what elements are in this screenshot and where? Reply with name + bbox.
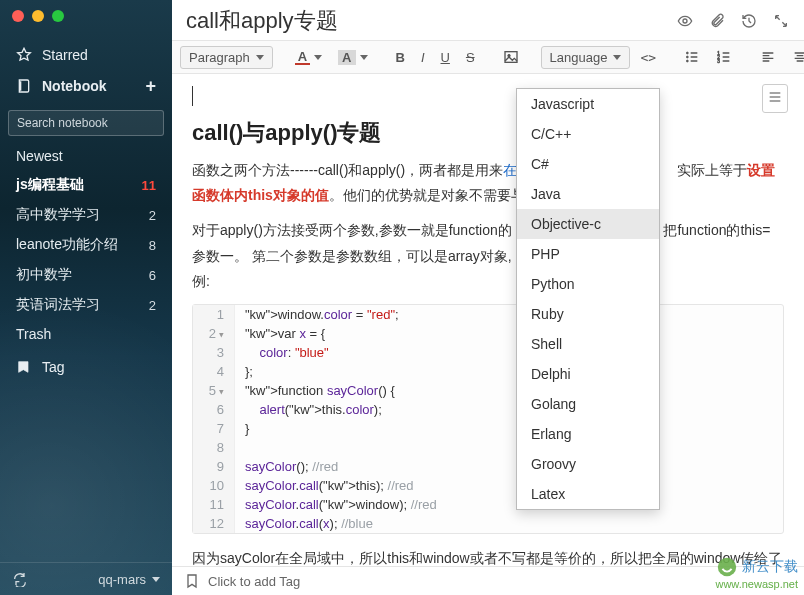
language-menu-item[interactable]: Javascript [517,89,659,119]
note-footer: Click to add Tag [172,566,804,595]
text-cursor [192,86,193,106]
code-line: 9sayColor(); //red [193,457,783,476]
notebook-name: Newest [16,148,63,164]
chevron-down-icon [360,55,368,60]
language-menu-item[interactable]: Latex [517,479,659,509]
preview-icon[interactable] [676,12,694,30]
note-title[interactable]: call和apply专题 [186,6,666,36]
notebook-count: 8 [149,238,156,253]
notebook-name: leanote功能介绍 [16,236,118,254]
svg-rect-1 [505,52,517,63]
language-menu-item[interactable]: Ruby [517,299,659,329]
svg-point-5 [686,60,688,62]
sidebar-tag-label: Tag [42,359,65,375]
attachment-icon[interactable] [708,12,726,30]
sidebar-notebook-item[interactable]: 初中数学6 [6,260,166,290]
language-menu-item[interactable]: Python [517,269,659,299]
italic-button[interactable]: I [415,47,431,68]
notebook-name: 初中数学 [16,266,72,284]
sidebar-tag[interactable]: Tag [10,352,162,382]
paragraph-label: Paragraph [189,50,250,65]
star-icon [16,47,32,63]
sidebar-notebook-item[interactable]: 英语词法学习2 [6,290,166,320]
notebook-search [8,110,164,136]
code-button[interactable]: <> [634,47,662,68]
ol-button[interactable]: 123 [710,45,738,69]
code-line: 6 alert("kw">this.color); [193,400,783,419]
language-menu-item[interactable]: Groovy [517,449,659,479]
notebook-count: 11 [142,178,156,193]
code-line: 2"kw">var x = { [193,324,783,343]
language-menu-item[interactable]: C# [517,149,659,179]
notebook-name: Trash [16,326,51,342]
editor-body[interactable]: call()与apply()专题 函数之两个方法------call()和app… [172,74,804,566]
sidebar-notebook-item[interactable]: js编程基础11 [6,170,166,200]
svg-point-3 [686,52,688,54]
outline-button[interactable] [762,84,788,113]
svg-point-0 [683,19,687,23]
language-menu-item[interactable]: Erlang [517,419,659,449]
svg-point-4 [686,56,688,58]
sidebar-notebook-item[interactable]: 高中数学学习2 [6,200,166,230]
code-line: 12sayColor.call(x); //blue [193,514,783,533]
doc-paragraph-3: 因为sayColor在全局域中，所以this和window或者不写都是等价的，所… [192,546,784,566]
language-menu-item[interactable]: PHP [517,239,659,269]
sidebar-notebook[interactable]: Notebook + [10,70,162,102]
add-notebook-button[interactable]: + [145,77,156,95]
bold-button[interactable]: B [390,47,411,68]
sidebar-starred[interactable]: Starred [10,40,162,70]
minimize-window-button[interactable] [32,10,44,22]
notebook-count: 2 [149,298,156,313]
ul-button[interactable] [678,45,706,69]
maximize-window-button[interactable] [52,10,64,22]
search-input[interactable] [8,110,164,136]
language-menu-item[interactable]: Objective-c [517,209,659,239]
menu-icon [767,89,783,105]
language-dropdown[interactable]: Language [541,46,631,69]
sidebar-notebook-label: Notebook [42,78,107,94]
sidebar-notebook-item[interactable]: Trash [6,320,166,348]
add-tag-button[interactable]: Click to add Tag [208,574,300,589]
title-actions [676,12,790,30]
ol-icon: 123 [716,49,732,65]
notebook-count: 6 [149,268,156,283]
sync-icon[interactable] [12,571,28,587]
language-menu-item[interactable]: Golang [517,389,659,419]
tag-icon [16,359,32,375]
sidebar-notebook-item[interactable]: Newest [6,142,166,170]
chevron-down-icon [256,55,264,60]
notebook-name: js编程基础 [16,176,84,194]
close-window-button[interactable] [12,10,24,22]
ul-icon [684,49,700,65]
code-line: 5"kw">function sayColor() { [193,381,783,400]
sidebar-notebook-item[interactable]: leanote功能介绍8 [6,230,166,260]
align-left-icon [760,49,776,65]
chevron-down-icon [152,577,160,582]
history-icon[interactable] [740,12,758,30]
image-icon [503,49,519,65]
code-line: 8 [193,438,783,457]
image-button[interactable] [497,45,525,69]
chevron-down-icon [613,55,621,60]
language-menu-item[interactable]: Delphi [517,359,659,389]
code-line: 1"kw">window.color = "red"; [193,305,783,324]
strike-button[interactable]: S [460,47,481,68]
language-menu-item[interactable]: Java [517,179,659,209]
notebook-name: 高中数学学习 [16,206,100,224]
main-panel: call和apply专题 Paragraph A A B I U S Langu… [172,0,804,595]
underline-button[interactable]: U [435,47,456,68]
sidebar-username[interactable]: qq-mars [98,572,146,587]
sidebar: Starred Notebook + Newestjs编程基础11高中数学学习2… [0,0,172,595]
align-left-button[interactable] [754,45,782,69]
language-label: Language [550,50,608,65]
text-color-button[interactable]: A [289,46,328,69]
language-menu-item[interactable]: Shell [517,329,659,359]
expand-icon[interactable] [772,12,790,30]
align-center-icon [792,49,804,65]
highlight-button[interactable]: A [332,46,373,69]
language-menu-item[interactable]: C/C++ [517,119,659,149]
paragraph-dropdown[interactable]: Paragraph [180,46,273,69]
bookmark-icon [184,573,200,589]
sidebar-starred-label: Starred [42,47,88,63]
align-center-button[interactable] [786,45,804,69]
